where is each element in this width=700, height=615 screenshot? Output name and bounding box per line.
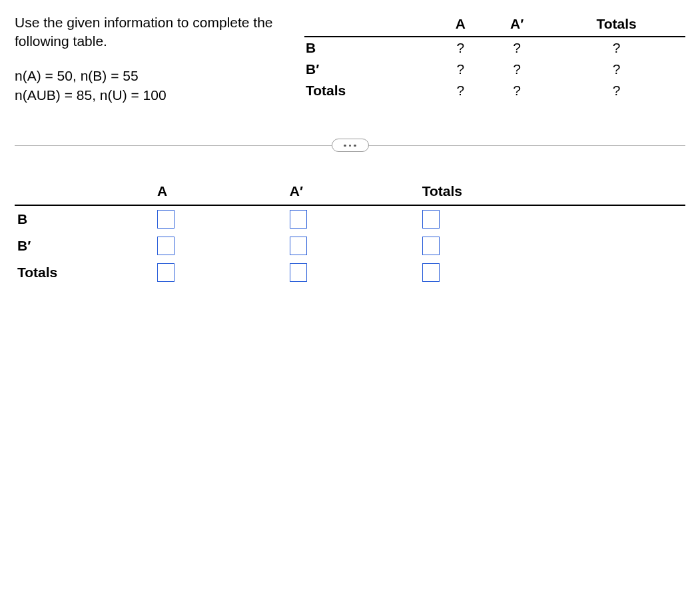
answer-table-row-totals: Totals [15,259,685,286]
reference-table-row-totals: Totals ? ? ? [304,80,685,101]
answer-input-b-a[interactable] [157,210,175,229]
reference-row-label: Totals [304,80,434,101]
answer-table-header-blank [15,179,155,205]
answer-table-header-aprime: A′ [287,179,420,205]
answer-table-header-totals: Totals [420,179,685,205]
prompt-column: Use the given information to complete th… [15,13,278,105]
reference-table-row-bprime: B′ ? ? ? [304,59,685,80]
given-line-2: n(AUB) = 85, n(U) = 100 [15,85,278,105]
answer-input-b-totals[interactable] [422,210,440,229]
answer-input-bprime-totals[interactable] [422,237,440,255]
ellipsis-icon [344,145,346,147]
answer-table-row-bprime: B′ [15,233,685,259]
reference-cell: ? [547,37,685,59]
answer-input-totals-aprime[interactable] [290,263,307,282]
answer-row-label: B [15,205,155,233]
answer-table-header-row: A A′ Totals [15,179,685,205]
reference-cell: ? [486,80,547,101]
reference-table-header-row: A A′ Totals [304,13,685,37]
ellipsis-icon [349,145,352,147]
reference-row-label: B′ [304,59,434,80]
reference-cell: ? [547,80,685,101]
section-divider [15,138,685,153]
reference-cell: ? [486,37,547,59]
answer-input-bprime-a[interactable] [157,237,175,255]
ellipsis-icon [354,145,356,147]
answer-row-label: Totals [15,259,155,286]
answer-table-header-a: A [155,179,287,205]
answer-table: A A′ Totals B B′ Totals [15,179,685,286]
reference-cell: ? [486,59,547,80]
question-top-region: Use the given information to complete th… [15,13,685,105]
reference-cell: ? [434,59,486,80]
reference-table-header-aprime: A′ [486,13,547,37]
prompt-instruction: Use the given information to complete th… [15,13,278,51]
reference-table-header-a: A [434,13,486,37]
reference-table-header-totals: Totals [547,13,685,37]
expand-toggle-button[interactable] [332,139,369,152]
answer-input-totals-totals[interactable] [422,263,440,282]
reference-table: A A′ Totals B ? ? ? B′ ? ? ? [304,13,685,101]
reference-cell: ? [434,37,486,59]
reference-table-header-blank [304,13,434,37]
reference-row-label: B [304,37,434,59]
answer-input-b-aprime[interactable] [290,210,307,229]
answer-input-bprime-aprime[interactable] [290,237,307,255]
answer-table-row-b: B [15,205,685,233]
reference-cell: ? [434,80,486,101]
answer-row-label: B′ [15,233,155,259]
given-values: n(A) = 50, n(B) = 55 n(AUB) = 85, n(U) =… [15,66,278,105]
reference-cell: ? [547,59,685,80]
given-line-1: n(A) = 50, n(B) = 55 [15,66,278,85]
answer-input-totals-a[interactable] [157,263,175,282]
reference-table-row-b: B ? ? ? [304,37,685,59]
